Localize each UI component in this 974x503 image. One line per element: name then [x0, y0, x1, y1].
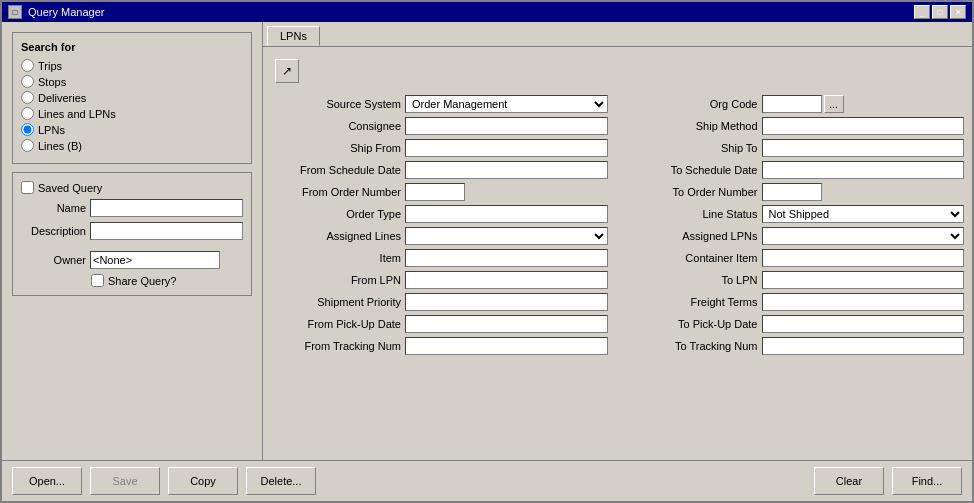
name-label: Name	[21, 202, 86, 214]
description-input[interactable]	[90, 222, 243, 240]
bottom-bar: Open... Save Copy Delete... Clear Find..…	[2, 460, 972, 501]
right-panel: LPNs ↗ Source System Order Management	[262, 22, 972, 460]
lpns-radio[interactable]	[21, 123, 34, 136]
from-pickup-date-label: From Pick-Up Date	[271, 318, 401, 330]
shipment-priority-input[interactable]	[405, 293, 608, 311]
to-order-number-label: To Order Number	[628, 186, 758, 198]
lines-b-label: Lines (B)	[38, 140, 82, 152]
ship-method-input[interactable]	[762, 117, 965, 135]
to-schedule-date-label: To Schedule Date	[628, 164, 758, 176]
shipment-priority-label: Shipment Priority	[271, 296, 401, 308]
assigned-lpns-select[interactable]	[762, 227, 965, 245]
delete-button[interactable]: Delete...	[246, 467, 316, 495]
window-title: Query Manager	[28, 6, 104, 18]
tab-lpns[interactable]: LPNs	[267, 26, 320, 46]
toolbar: ↗	[271, 55, 964, 87]
ship-to-input[interactable]	[762, 139, 965, 157]
export-button[interactable]: ↗	[275, 59, 299, 83]
line-status-label: Line Status	[628, 208, 758, 220]
title-bar: □ Query Manager _ □ ✕	[2, 2, 972, 22]
source-system-select[interactable]: Order Management	[405, 95, 608, 113]
to-pickup-date-input[interactable]	[762, 315, 965, 333]
search-for-label: Search for	[21, 41, 243, 53]
clear-button[interactable]: Clear	[814, 467, 884, 495]
consignee-input[interactable]	[405, 117, 608, 135]
description-label: Description	[21, 225, 86, 237]
saved-query-label: Saved Query	[38, 182, 102, 194]
from-order-number-input[interactable]	[405, 183, 465, 201]
saved-query-group: Saved Query Name Description Owner Share…	[12, 172, 252, 296]
freight-terms-input[interactable]	[762, 293, 965, 311]
ship-to-label: Ship To	[628, 142, 758, 154]
search-for-group: Search for Trips Stops Deliveries Lines …	[12, 32, 252, 164]
order-type-label: Order Type	[271, 208, 401, 220]
order-type-input[interactable]	[405, 205, 608, 223]
from-order-number-label: From Order Number	[271, 186, 401, 198]
org-code-label: Org Code	[628, 98, 758, 110]
deliveries-label: Deliveries	[38, 92, 86, 104]
ship-method-label: Ship Method	[628, 120, 758, 132]
form-right-col: Org Code ... Ship Method Ship To	[628, 93, 965, 357]
freight-terms-label: Freight Terms	[628, 296, 758, 308]
org-code-browse-button[interactable]: ...	[824, 95, 844, 113]
line-status-select[interactable]: Not Shipped Shipped	[762, 205, 965, 223]
owner-label: Owner	[21, 254, 86, 266]
to-schedule-date-input[interactable]	[762, 161, 965, 179]
consignee-label: Consignee	[271, 120, 401, 132]
from-schedule-date-input[interactable]	[405, 161, 608, 179]
radio-lines-lpns: Lines and LPNs	[21, 107, 243, 120]
trips-label: Trips	[38, 60, 62, 72]
find-button[interactable]: Find...	[892, 467, 962, 495]
to-order-number-input[interactable]	[762, 183, 822, 201]
to-lpn-label: To LPN	[628, 274, 758, 286]
ship-from-label: Ship From	[271, 142, 401, 154]
saved-query-checkbox[interactable]	[21, 181, 34, 194]
container-item-label: Container Item	[628, 252, 758, 264]
from-pickup-date-input[interactable]	[405, 315, 608, 333]
close-button[interactable]: ✕	[950, 5, 966, 19]
radio-lines-b: Lines (B)	[21, 139, 243, 152]
assigned-lines-label: Assigned Lines	[271, 230, 401, 242]
tab-content: ↗ Source System Order Management Co	[263, 46, 972, 460]
share-query-label: Share Query?	[108, 275, 176, 287]
owner-input[interactable]	[90, 251, 220, 269]
ship-from-input[interactable]	[405, 139, 608, 157]
to-tracking-num-label: To Tracking Num	[628, 340, 758, 352]
stops-label: Stops	[38, 76, 66, 88]
window-icon: □	[8, 5, 22, 19]
save-button[interactable]: Save	[90, 467, 160, 495]
copy-button[interactable]: Copy	[168, 467, 238, 495]
source-system-label: Source System	[271, 98, 401, 110]
from-tracking-num-input[interactable]	[405, 337, 608, 355]
lines-b-radio[interactable]	[21, 139, 34, 152]
from-lpn-input[interactable]	[405, 271, 608, 289]
query-manager-window: □ Query Manager _ □ ✕ Search for Trips S…	[0, 0, 974, 503]
maximize-button[interactable]: □	[932, 5, 948, 19]
to-tracking-num-input[interactable]	[762, 337, 965, 355]
assigned-lpns-label: Assigned LPNs	[628, 230, 758, 242]
name-input[interactable]	[90, 199, 243, 217]
lpns-label: LPNs	[38, 124, 65, 136]
radio-deliveries: Deliveries	[21, 91, 243, 104]
left-panel: Search for Trips Stops Deliveries Lines …	[2, 22, 262, 460]
trips-radio[interactable]	[21, 59, 34, 72]
radio-lpns: LPNs	[21, 123, 243, 136]
deliveries-radio[interactable]	[21, 91, 34, 104]
assigned-lines-select[interactable]	[405, 227, 608, 245]
from-lpn-label: From LPN	[271, 274, 401, 286]
share-query-checkbox[interactable]	[91, 274, 104, 287]
item-input[interactable]	[405, 249, 608, 267]
org-code-input[interactable]	[762, 95, 822, 113]
from-tracking-num-label: From Tracking Num	[271, 340, 401, 352]
to-lpn-input[interactable]	[762, 271, 965, 289]
form-left-col: Source System Order Management Consignee…	[271, 93, 608, 357]
container-item-input[interactable]	[762, 249, 965, 267]
export-icon: ↗	[282, 64, 292, 78]
item-label: Item	[271, 252, 401, 264]
radio-stops: Stops	[21, 75, 243, 88]
form-grid: Source System Order Management Consignee…	[271, 93, 964, 357]
open-button[interactable]: Open...	[12, 467, 82, 495]
minimize-button[interactable]: _	[914, 5, 930, 19]
lines-lpns-radio[interactable]	[21, 107, 34, 120]
stops-radio[interactable]	[21, 75, 34, 88]
